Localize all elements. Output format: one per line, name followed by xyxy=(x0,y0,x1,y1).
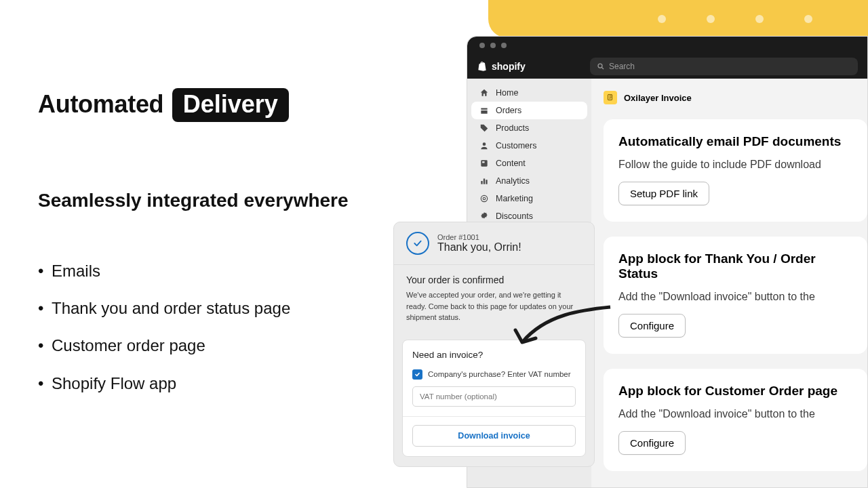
card-desc: Add the "Download invoice" button to the xyxy=(618,291,852,303)
app-title: Oxilayer Invoice xyxy=(604,91,867,104)
brand: shopify xyxy=(477,61,526,72)
sidebar-item-home[interactable]: Home xyxy=(471,84,587,102)
svg-point-0 xyxy=(598,64,602,68)
sidebar-item-analytics[interactable]: Analytics xyxy=(471,172,587,190)
configure-button[interactable]: Configure xyxy=(618,431,686,455)
sidebar-item-label: Marketing xyxy=(496,194,533,203)
checkbox-label: Company's purchase? Enter VAT number xyxy=(428,370,571,378)
settings-card: Automatically email PDF documents Follow… xyxy=(604,119,867,222)
card-heading: App block for Thank You / Order Status xyxy=(618,251,852,281)
check-circle-icon xyxy=(406,232,429,255)
discounts-icon xyxy=(479,211,489,221)
home-icon xyxy=(479,88,489,98)
svg-rect-5 xyxy=(481,181,482,184)
topbar: shopify Search xyxy=(467,54,867,79)
svg-rect-3 xyxy=(481,160,487,166)
sidebar-item-content[interactable]: Content xyxy=(471,155,587,172)
marketing-bullets: Emails Thank you and order status page C… xyxy=(38,252,391,402)
marketing-copy: Automated Delivery Seamlessly integrated… xyxy=(38,88,391,402)
settings-card: App block for Customer Order page Add th… xyxy=(604,369,867,471)
setup-pdf-link-button[interactable]: Setup PDF link xyxy=(618,182,709,205)
svg-rect-4 xyxy=(482,161,485,163)
products-icon xyxy=(479,123,489,133)
svg-rect-6 xyxy=(484,179,485,184)
customers-icon xyxy=(479,141,489,150)
marketing-subtitle: Seamlessly integrated everywhere xyxy=(38,190,391,211)
svg-rect-7 xyxy=(486,180,487,184)
yellow-banner xyxy=(488,0,868,38)
svg-line-1 xyxy=(602,68,604,70)
card-desc: Follow the guide to include PDF download xyxy=(618,159,852,171)
invoice-question: Need an invoice? xyxy=(412,350,576,360)
sidebar-item-label: Analytics xyxy=(496,176,530,186)
marketing-icon xyxy=(479,194,489,203)
search-icon xyxy=(597,62,605,70)
title-plain: Automated xyxy=(38,90,163,118)
configure-button[interactable]: Configure xyxy=(618,314,686,338)
analytics-icon xyxy=(479,176,489,186)
card-desc: Add the "Download invoice" button to the xyxy=(618,408,852,420)
content-icon xyxy=(479,159,489,168)
title-box: Delivery xyxy=(172,88,289,122)
traffic-dot xyxy=(490,43,496,48)
order-number: Order #1001 xyxy=(437,233,521,241)
sidebar-item-label: Discounts xyxy=(496,211,533,221)
invoice-box: Need an invoice? Company's purchase? Ent… xyxy=(402,340,586,457)
sidebar-item-orders[interactable]: Orders xyxy=(471,102,587,119)
vat-input[interactable] xyxy=(412,386,576,407)
order-status-popup: Order #1001 Thank you, Orrin! Your order… xyxy=(393,222,595,467)
search-input[interactable]: Search xyxy=(590,58,858,75)
sidebar-item-label: Content xyxy=(496,159,526,168)
download-invoice-button[interactable]: Download invoice xyxy=(412,425,576,447)
traffic-dot xyxy=(501,43,507,48)
card-heading: Automatically email PDF documents xyxy=(618,134,852,149)
checkbox-checked-icon xyxy=(412,369,422,380)
browser-tabbar xyxy=(467,37,867,54)
confirm-box: Your order is confirmed We've accepted y… xyxy=(394,264,594,333)
search-placeholder: Search xyxy=(609,62,635,71)
bullet: Thank you and order status page xyxy=(38,289,391,327)
confirm-desc: We've accepted your order, and we're get… xyxy=(406,289,582,323)
thank-you-heading: Thank you, Orrin! xyxy=(437,241,521,253)
sidebar-item-customers[interactable]: Customers xyxy=(471,137,587,155)
settings-card: App block for Thank You / Order Status A… xyxy=(604,237,867,354)
sidebar-item-marketing[interactable]: Marketing xyxy=(471,190,587,207)
confirm-title: Your order is confirmed xyxy=(406,274,582,285)
company-purchase-checkbox[interactable]: Company's purchase? Enter VAT number xyxy=(412,369,576,380)
svg-point-9 xyxy=(483,197,486,200)
traffic-dot xyxy=(479,43,485,48)
bullet: Emails xyxy=(38,252,391,289)
svg-point-2 xyxy=(483,142,486,146)
bullet: Customer order page xyxy=(38,327,391,364)
app-title-label: Oxilayer Invoice xyxy=(624,93,692,103)
brand-label: shopify xyxy=(492,61,526,72)
bullet: Shopify Flow app xyxy=(38,365,391,402)
app-icon xyxy=(604,91,617,104)
card-heading: App block for Customer Order page xyxy=(618,384,852,399)
content-area: Oxilayer Invoice Automatically email PDF… xyxy=(591,79,867,487)
sidebar-item-label: Orders xyxy=(496,106,521,115)
orders-icon xyxy=(479,106,489,115)
sidebar-item-label: Home xyxy=(496,88,518,98)
sidebar-item-products[interactable]: Products xyxy=(471,119,587,137)
shopify-icon xyxy=(477,61,488,72)
sidebar-item-label: Customers xyxy=(496,141,536,150)
svg-point-8 xyxy=(481,195,487,201)
sidebar-item-label: Products xyxy=(496,123,529,133)
